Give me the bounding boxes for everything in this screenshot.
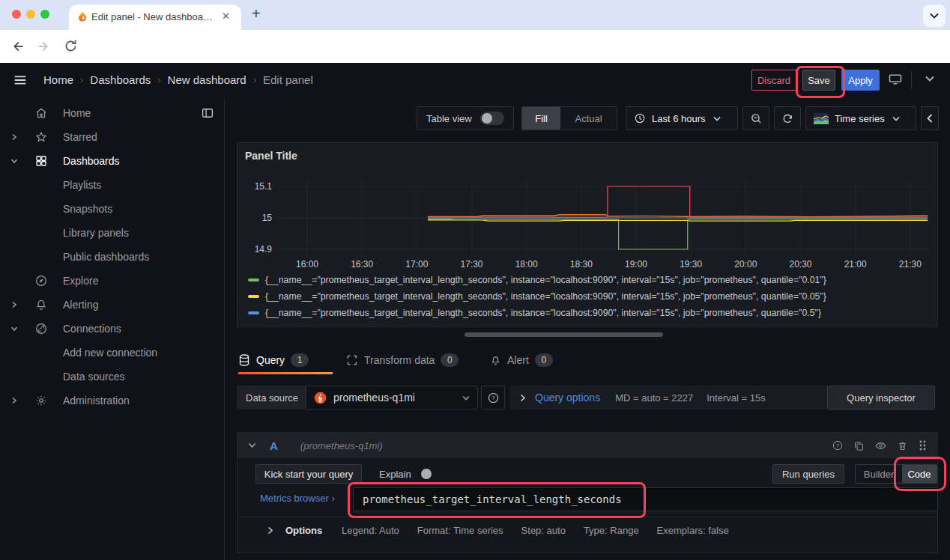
options-exemplars-summary: Exemplars: false: [657, 525, 729, 536]
builder-option[interactable]: Builder: [856, 465, 902, 483]
sidebar-item-label: Public dashboards: [63, 251, 149, 263]
sidebar-item-home[interactable]: Home: [0, 101, 225, 125]
table-view-toggle[interactable]: [480, 112, 504, 125]
mac-zoom-button[interactable]: [40, 10, 49, 19]
tab-search-button[interactable]: [923, 4, 946, 27]
clock-icon: [634, 112, 646, 124]
legend-scrollbar[interactable]: [465, 332, 663, 337]
query-inspector-button[interactable]: Query inspector: [827, 386, 935, 410]
breadcrumb-dashboards[interactable]: Dashboards: [90, 73, 151, 86]
collapse-options-pane-button[interactable]: [921, 106, 939, 130]
breadcrumb-home[interactable]: Home: [43, 73, 73, 86]
sidebar-item-label: Snapshots: [63, 203, 112, 215]
sidebar-item-library-panels[interactable]: Library panels: [0, 221, 225, 245]
datasource-value: prometheus-q1mi: [333, 392, 415, 404]
disable-query-eye-icon[interactable]: [874, 439, 887, 452]
duplicate-query-icon[interactable]: [853, 440, 865, 451]
legend-label[interactable]: {__name__="prometheus_target_interval_le…: [265, 275, 826, 285]
legend-label[interactable]: {__name__="prometheus_target_interval_le…: [265, 291, 826, 302]
refresh-button[interactable]: [774, 106, 801, 130]
dock-menu-icon[interactable]: [201, 106, 214, 120]
zoom-out-button[interactable]: [742, 106, 769, 130]
query-options-collapsed-row[interactable]: Options Legend: Auto Format: Time series…: [238, 517, 937, 543]
datasource-picker[interactable]: prometheus-q1mi: [306, 386, 478, 410]
sidebar-item-connections[interactable]: Connections: [0, 317, 225, 341]
header-divider: [911, 71, 912, 89]
options-legend-summary: Legend: Auto: [342, 525, 399, 536]
sidebar-item-dashboards[interactable]: Dashboards: [0, 149, 225, 173]
explain-label: Explain: [379, 469, 411, 480]
mega-menu-icon[interactable]: [12, 72, 28, 88]
legend-item[interactable]: {__name__="prometheus_target_interval_le…: [248, 272, 928, 288]
new-tab-button[interactable]: +: [252, 5, 261, 22]
svg-text:20:00: 20:00: [734, 259, 757, 270]
tab-close-icon[interactable]: ✕: [222, 10, 230, 22]
timeseries-chart[interactable]: 14.91515.116:0016:3017:0017:3018:0018:30…: [242, 170, 934, 272]
sidebar-item-playlists[interactable]: Playlists: [0, 173, 225, 197]
run-queries-button[interactable]: Run queries: [772, 464, 844, 484]
legend-item[interactable]: {__name__="prometheus_target_interval_le…: [248, 305, 928, 321]
sidebar-item-data-sources[interactable]: Data sources: [0, 365, 225, 389]
discard-button[interactable]: Discard: [751, 70, 796, 91]
options-step-summary: Step: auto: [521, 525, 566, 536]
sidebar-item-explore[interactable]: Explore: [0, 269, 225, 293]
browser-toolbar: localhost:3000/dashboard/new?orgId=1&edi…: [0, 30, 950, 63]
chevron-right-icon[interactable]: [10, 133, 19, 141]
apply-button[interactable]: Apply: [841, 70, 880, 91]
save-button[interactable]: Save: [802, 70, 835, 91]
sidebar-item-label: Add new connection: [63, 347, 157, 359]
panel-title[interactable]: Panel Title: [245, 150, 297, 162]
code-option[interactable]: Code: [902, 465, 937, 483]
chevron-right-icon[interactable]: [10, 301, 19, 308]
reload-button[interactable]: [63, 38, 79, 54]
metrics-browser-link[interactable]: Metrics browser ›: [260, 493, 335, 504]
chevron-right-icon[interactable]: [10, 397, 19, 404]
breadcrumb-new-dashboard[interactable]: New dashboard: [168, 73, 246, 86]
legend-item[interactable]: {__name__="prometheus_target_interval_le…: [248, 288, 928, 305]
chevron-down-icon[interactable]: [10, 157, 19, 165]
query-options-bar[interactable]: Query options MD = auto = 2227 Interval …: [509, 386, 842, 410]
fill-option[interactable]: Fill: [522, 107, 560, 130]
header-chevron-down-icon[interactable]: [925, 75, 935, 82]
query-refid[interactable]: A: [270, 439, 278, 452]
gear-icon: [34, 394, 48, 407]
tab-transform-data[interactable]: Transform data 0: [346, 346, 459, 374]
svg-text:17:00: 17:00: [405, 259, 428, 270]
sidebar-item-snapshots[interactable]: Snapshots: [0, 197, 225, 221]
sidebar-item-add-new-connection[interactable]: Add new connection: [0, 341, 225, 365]
visualization-picker[interactable]: Time series: [805, 106, 916, 130]
svg-text:19:00: 19:00: [625, 259, 647, 270]
sidebar-item-starred[interactable]: Starred: [0, 125, 225, 149]
tab-label: Alert: [507, 354, 529, 366]
back-button[interactable]: [9, 38, 25, 55]
sidebar-item-alerting[interactable]: Alerting: [0, 293, 225, 317]
sidebar-item-label: Explore: [63, 275, 98, 287]
chevron-down-icon[interactable]: [248, 442, 256, 448]
prometheus-icon: [314, 392, 327, 404]
delete-query-trash-icon[interactable]: [897, 440, 908, 451]
query-row-header[interactable]: A (prometheus-q1mi) ?: [238, 433, 937, 458]
query-help-icon[interactable]: ?: [832, 439, 844, 451]
tab-label: Transform data: [364, 354, 435, 366]
kick-start-query-button[interactable]: Kick start your query: [255, 464, 362, 484]
sidebar-item-public-dashboards[interactable]: Public dashboards: [0, 245, 225, 269]
svg-text:17:30: 17:30: [460, 259, 482, 270]
promql-expr-input[interactable]: prometheus_target_interval_length_second…: [353, 487, 938, 511]
tab-query[interactable]: Query 1: [238, 346, 309, 374]
legend-label[interactable]: {__name__="prometheus_target_interval_le…: [265, 308, 821, 318]
transform-icon: [346, 354, 358, 366]
query-options-label[interactable]: Query options: [535, 392, 600, 404]
drag-handle-icon[interactable]: [918, 439, 927, 451]
sidebar-item-administration[interactable]: Administration: [0, 389, 225, 413]
tab-alert[interactable]: Alert 0: [490, 346, 553, 374]
chevron-down-icon[interactable]: [10, 325, 19, 332]
time-range-picker[interactable]: Last 6 hours: [626, 106, 738, 130]
forward-button[interactable]: [36, 38, 52, 55]
browser-tab[interactable]: Edit panel - New dashboard – ✕: [69, 4, 241, 30]
mac-minimize-button[interactable]: [26, 10, 35, 19]
mac-close-button[interactable]: [12, 10, 21, 19]
actual-option[interactable]: Actual: [560, 107, 617, 130]
tab-count-badge: 0: [535, 353, 553, 367]
datasource-help-button[interactable]: ?: [481, 386, 505, 410]
tv-mode-icon[interactable]: [888, 72, 903, 87]
